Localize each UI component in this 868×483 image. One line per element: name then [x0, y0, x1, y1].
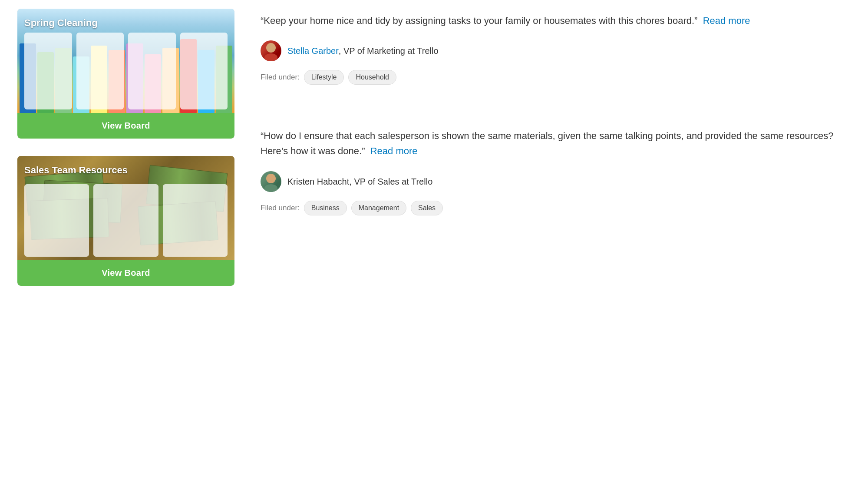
sales-author-info: Kristen Habacht, VP of Sales at Trello [287, 175, 432, 188]
sales-template-entry: “How do I ensure that each salesperson i… [261, 128, 851, 232]
spring-col-1 [24, 33, 72, 109]
stella-avatar [261, 40, 281, 61]
sales-card: Sales Team Resources View Board [17, 156, 234, 286]
sales-tag-sales[interactable]: Sales [411, 201, 443, 215]
sales-read-more-link[interactable]: Read more [370, 146, 418, 156]
sales-author-row: Kristen Habacht, VP of Sales at Trello [261, 171, 851, 192]
kristen-avatar [261, 171, 281, 192]
spring-tag-household[interactable]: Household [348, 70, 396, 85]
sales-filed-under-row: Filed under: Business Management Sales [261, 201, 851, 215]
kristen-name: Kristen Habacht [287, 177, 349, 186]
sales-filed-under-label: Filed under: [261, 202, 300, 214]
spring-filed-under-label: Filed under: [261, 72, 300, 83]
spring-author-row: Stella Garber, VP of Marketing at Trello [261, 40, 851, 61]
sales-col-2 [93, 184, 158, 257]
spring-col-3 [128, 33, 176, 109]
sales-tag-management[interactable]: Management [351, 201, 406, 215]
spring-col-2 [76, 33, 124, 109]
spring-read-more-link[interactable]: Read more [703, 15, 750, 26]
spring-template-entry: “Keep your home nice and tidy by assigni… [261, 13, 851, 102]
spring-cleaning-image: Spring Cleaning [17, 9, 234, 113]
spring-author-info: Stella Garber, VP of Marketing at Trello [287, 44, 439, 57]
spring-col-4 [180, 33, 228, 109]
spring-cleaning-card: Spring Cleaning [17, 9, 234, 139]
kristen-role: , VP of Sales at Trello [349, 177, 432, 186]
sales-quote-text: “How do I ensure that each salesperson i… [261, 130, 833, 156]
sales-view-board-button[interactable]: View Board [17, 260, 234, 286]
spring-quote: “Keep your home nice and tidy by assigni… [261, 13, 851, 28]
sales-quote: “How do I ensure that each salesperson i… [261, 128, 851, 159]
spring-card-columns [24, 33, 228, 109]
sales-col-1 [24, 184, 89, 257]
content-column: “Keep your home nice and tidy by assigni… [261, 9, 851, 233]
spring-tag-lifestyle[interactable]: Lifestyle [304, 70, 344, 85]
cards-column: Spring Cleaning [17, 9, 234, 286]
sales-col-3 [163, 184, 228, 257]
sales-image: Sales Team Resources [17, 156, 234, 260]
sales-tag-business[interactable]: Business [304, 201, 347, 215]
spring-view-board-button[interactable]: View Board [17, 113, 234, 139]
kristen-name-role: Kristen Habacht, VP of Sales at Trello [287, 177, 432, 186]
spring-quote-text: “Keep your home nice and tidy by assigni… [261, 15, 697, 26]
sales-title: Sales Team Resources [24, 163, 128, 177]
spring-cleaning-title: Spring Cleaning [24, 16, 98, 30]
page-container: Spring Cleaning [0, 0, 868, 483]
spring-filed-under-row: Filed under: Lifestyle Household [261, 70, 851, 85]
stella-role: , VP of Marketing at Trello [339, 46, 439, 56]
stella-name-link[interactable]: Stella Garber [287, 46, 339, 56]
sales-card-columns [24, 184, 228, 257]
